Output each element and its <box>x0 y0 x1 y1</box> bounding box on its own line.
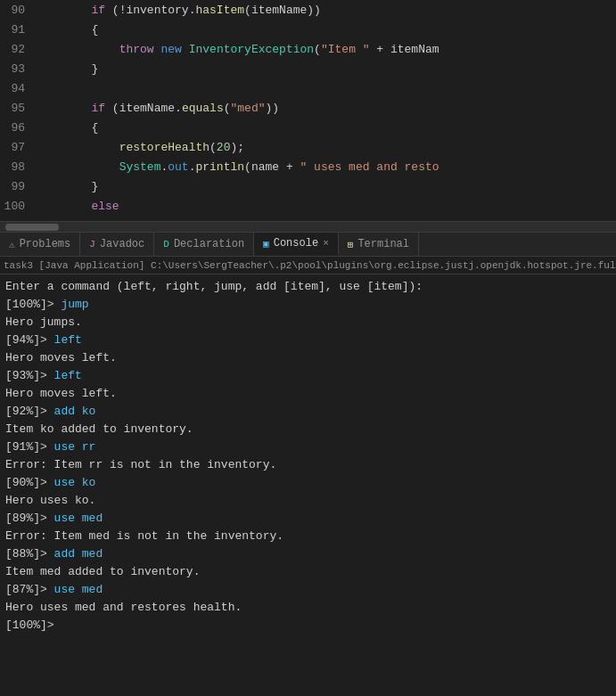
code-line: 96 { <box>0 118 616 137</box>
line-number: 90 <box>0 4 36 17</box>
console-command: use med <box>54 583 103 596</box>
console-line: Hero moves left. <box>5 385 611 403</box>
javadoc-tab-icon: J <box>89 239 95 250</box>
console-command: jump <box>61 298 88 311</box>
tab-problems[interactable]: ⚠Problems <box>0 233 80 256</box>
console-line: [90%]> use ko <box>5 474 611 492</box>
line-number: 96 <box>0 121 36 135</box>
code-lines: 90 if (!inventory.hasItem(itemName))91 {… <box>0 0 616 216</box>
tab-javadoc[interactable]: JJavadoc <box>80 233 154 256</box>
console-prompt: [87%]> <box>5 583 54 596</box>
console-output: Enter a command (left, right, jump, add … <box>0 274 616 696</box>
tab-terminal[interactable]: ⊞Terminal <box>339 233 419 256</box>
console-output-text: Hero uses ko. <box>5 494 95 507</box>
javadoc-tab-label: Javadoc <box>100 238 144 250</box>
console-line: Hero jumps. <box>5 314 611 332</box>
console-line: [93%]> left <box>5 367 611 385</box>
code-line: 94 <box>0 78 616 98</box>
console-prompt: [89%]> <box>5 512 54 525</box>
console-command: add med <box>54 547 103 561</box>
line-content: { <box>36 121 98 135</box>
line-content: else <box>36 200 119 213</box>
console-command: use rr <box>54 440 96 454</box>
code-line: 93 } <box>0 59 616 78</box>
problems-tab-icon: ⚠ <box>9 239 15 250</box>
console-line: [91%]> use rr <box>5 438 611 456</box>
code-line: 100 else <box>0 196 616 216</box>
line-number: 94 <box>0 82 36 95</box>
code-line: 98 System.out.println(name + " uses med … <box>0 157 616 176</box>
console-tab-close[interactable]: × <box>323 238 329 249</box>
line-content: if (itemName.equals("med")) <box>36 102 279 115</box>
console-tab-label: Console <box>274 237 318 250</box>
console-output-text: Item ko added to inventory. <box>5 422 193 436</box>
console-line: Error: Item rr is not in the inventory. <box>5 456 611 474</box>
console-tab-icon: ▣ <box>263 238 269 250</box>
console-line: Item med added to inventory. <box>5 563 611 581</box>
console-command: use ko <box>54 476 96 489</box>
console-line: [94%]> left <box>5 332 611 349</box>
console-output-text: Item med added to inventory. <box>5 565 200 578</box>
console-line: Hero uses med and restores health. <box>5 599 611 617</box>
console-line: Enter a command (left, right, jump, add … <box>5 278 611 296</box>
console-command: left <box>54 333 82 347</box>
console-output-text: Hero uses med and restores health. <box>5 601 242 614</box>
line-content: } <box>36 62 98 76</box>
line-number: 97 <box>0 141 36 154</box>
tab-bar: ⚠ProblemsJJavadocDDeclaration▣Console×⊞T… <box>0 232 616 257</box>
console-prompt: [90%]> <box>5 476 54 489</box>
console-line: [100%]> jump <box>5 296 611 314</box>
line-content: System.out.println(name + " uses med and… <box>36 160 439 174</box>
console-output-text: Error: Item med is not in the inventory. <box>5 529 283 543</box>
declaration-tab-icon: D <box>163 239 169 250</box>
console-line: [87%]> use med <box>5 581 611 599</box>
line-number: 92 <box>0 43 36 56</box>
status-text: task3 [Java Application] C:\Users\SergTe… <box>4 260 616 271</box>
line-number: 95 <box>0 102 36 115</box>
console-prompt: [92%]> <box>5 405 54 418</box>
tab-declaration[interactable]: DDeclaration <box>154 233 254 256</box>
console-line: Error: Item med is not in the inventory. <box>5 528 611 545</box>
console-output-text: Hero jumps. <box>5 315 82 329</box>
line-content: restoreHealth(20); <box>36 141 244 154</box>
code-line: 97 restoreHealth(20); <box>0 137 616 157</box>
code-editor: 90 if (!inventory.hasItem(itemName))91 {… <box>0 0 616 221</box>
console-prompt: [88%]> <box>5 547 54 561</box>
console-prompt: [93%]> <box>5 369 54 382</box>
console-prompt: [94%]> <box>5 333 54 347</box>
terminal-tab-label: Terminal <box>357 238 409 250</box>
console-command: use med <box>54 512 103 525</box>
console-output-text: Hero moves left. <box>5 351 117 364</box>
code-line: 91 { <box>0 20 616 39</box>
problems-tab-label: Problems <box>20 238 71 250</box>
line-content: { <box>36 23 98 37</box>
line-number: 98 <box>0 160 36 174</box>
console-output-text: Enter a command (left, right, jump, add … <box>5 280 423 293</box>
code-line: 99 } <box>0 176 616 196</box>
status-bar: task3 [Java Application] C:\Users\SergTe… <box>0 257 616 274</box>
console-prompt: [91%]> <box>5 440 54 454</box>
console-line: [88%]> add med <box>5 545 611 563</box>
code-line: 92 throw new InventoryException("Item " … <box>0 39 616 59</box>
console-prompt: [100%]> <box>5 298 61 311</box>
line-content: } <box>36 180 98 193</box>
console-line: [89%]> use med <box>5 510 611 528</box>
scrollbar-thumb[interactable] <box>5 224 59 231</box>
line-number: 99 <box>0 180 36 193</box>
line-number: 100 <box>0 200 36 213</box>
terminal-tab-icon: ⊞ <box>348 239 354 250</box>
line-content: throw new InventoryException("Item " + i… <box>36 43 439 56</box>
code-line: 90 if (!inventory.hasItem(itemName)) <box>0 0 616 20</box>
console-line: [92%]> add ko <box>5 403 611 421</box>
line-number: 93 <box>0 62 36 76</box>
console-prompt: [100%]> <box>5 618 61 632</box>
console-line: Hero moves left. <box>5 349 611 367</box>
console-command: left <box>54 369 82 382</box>
tab-console[interactable]: ▣Console× <box>254 233 339 256</box>
console-command: add ko <box>54 405 96 418</box>
declaration-tab-label: Declaration <box>174 238 244 250</box>
console-line: [100%]> <box>5 617 611 635</box>
horizontal-scrollbar[interactable] <box>0 221 616 232</box>
line-content: if (!inventory.hasItem(itemName)) <box>36 4 321 17</box>
console-line: Item ko added to inventory. <box>5 421 611 438</box>
